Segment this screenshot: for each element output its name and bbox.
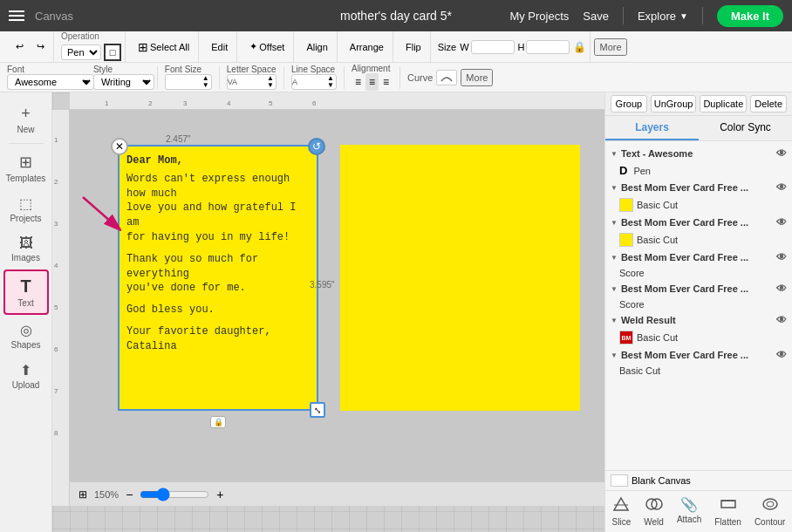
handle-tl[interactable]: ✕ <box>111 138 128 155</box>
layer-score-item[interactable]: Score <box>605 266 792 280</box>
handle-tr[interactable]: ↺ <box>308 138 325 155</box>
attach-button[interactable]: 📎 Attach <box>672 494 707 529</box>
layer-bmec-3[interactable]: ▼ Best Mom Ever Card Free ... 👁 Basic Cu… <box>605 346 792 378</box>
layer-bmec-1[interactable]: ▼ Best Mom Ever Card Free ... 👁 Basic Cu… <box>605 179 792 214</box>
weld-button[interactable]: Weld <box>638 494 669 529</box>
letter-space-down[interactable]: ▼ <box>265 82 276 89</box>
sidebar-item-shapes[interactable]: ◎ Shapes <box>3 317 49 355</box>
layer-bmec-score-2[interactable]: ▼ Best Mom Ever Card Free ... 👁 Score <box>605 280 792 311</box>
ungroup-button[interactable]: UnGroup <box>651 95 697 113</box>
sidebar-item-upload[interactable]: ⬆ Upload <box>3 357 49 395</box>
layer-text-awesome[interactable]: ▼ Text - Awesome 👁 D Pen <box>605 145 792 179</box>
layer-basic-cut-item-3[interactable]: Basic Cut <box>605 364 792 378</box>
canvas-area[interactable]: 1 2 3 4 5 6 1 2 3 4 5 6 7 8 <box>52 92 604 532</box>
left-sidebar: + New ⊞ Templates ⬚ Projects 🖼 Images T … <box>0 92 52 532</box>
layer-bmec-2[interactable]: ▼ Best Mom Ever Card Free ... 👁 Basic Cu… <box>605 214 792 249</box>
expand-icon: ▼ <box>611 351 618 359</box>
offset-button[interactable]: ✦ Offset <box>244 38 290 55</box>
layer-weld-result[interactable]: ▼ Weld Result 👁 BM Basic Cut <box>605 311 792 346</box>
width-input[interactable]: 2.457 <box>471 40 515 54</box>
zoom-fit-button[interactable]: ⊞ <box>79 488 87 501</box>
yellow-card[interactable] <box>340 145 580 411</box>
delete-button[interactable]: Delete <box>750 95 787 113</box>
more-button-2[interactable]: More <box>461 69 493 86</box>
eye-icon[interactable]: 👁 <box>776 147 787 160</box>
flip-button[interactable]: Flip <box>400 39 427 55</box>
group-button[interactable]: Group <box>611 95 647 113</box>
align-left-button[interactable]: ≡ <box>352 73 365 91</box>
tab-layers[interactable]: Layers <box>605 116 699 140</box>
contour-button[interactable]: Contour <box>749 494 791 529</box>
weld-icon <box>645 496 663 515</box>
text-card[interactable]: ✕ ↺ 🔒 ⤡ Dear Mom, Words can't express en… <box>118 145 318 411</box>
handle-br[interactable]: ⤡ <box>310 402 325 418</box>
eye-icon[interactable]: 👁 <box>776 349 787 361</box>
align-right-button[interactable]: ≡ <box>379 73 393 91</box>
shapes-icon: ◎ <box>20 322 32 338</box>
save-button[interactable]: Save <box>583 10 609 23</box>
arrange-button[interactable]: Arrange <box>345 39 389 55</box>
style-select[interactable]: Writing <box>93 74 154 90</box>
zoom-out-button[interactable]: − <box>126 488 133 501</box>
eye-icon[interactable]: 👁 <box>776 181 787 194</box>
sidebar-item-text[interactable]: T Text <box>3 269 49 315</box>
svg-point-7 <box>763 499 777 509</box>
font-size-input[interactable]: 15.26 <box>166 76 201 88</box>
expand-icon: ▼ <box>611 150 618 158</box>
zoom-in-button[interactable]: + <box>216 488 223 501</box>
text-line-4: for having you in my life! <box>126 230 310 245</box>
lock-handle[interactable]: 🔒 <box>210 416 226 428</box>
canvas-content[interactable]: 2.457" 3.595" ✕ ↺ 🔒 ⤡ Dear Mom, Words ca… <box>70 110 604 506</box>
eye-icon[interactable]: 👁 <box>776 283 787 295</box>
make-it-button[interactable]: Make It <box>717 5 783 27</box>
letter-space-input[interactable]: 1.2 <box>239 76 265 88</box>
eye-icon[interactable]: 👁 <box>776 251 787 263</box>
canvas-label: Canvas <box>35 10 73 23</box>
sidebar-item-new[interactable]: + New <box>3 99 49 140</box>
alignment-group: Alignment ≡ ≡ ≡ <box>352 64 393 91</box>
lock-aspect-icon[interactable]: 🔒 <box>573 41 586 53</box>
line-space-input[interactable]: 1 <box>299 76 325 88</box>
text-card-content: Dear Mom, Words can't express enough how… <box>119 147 317 361</box>
font-size-down[interactable]: ▼ <box>201 82 211 89</box>
layer-weld-cut-item[interactable]: BM Basic Cut <box>605 329 792 346</box>
svg-line-0 <box>83 197 118 228</box>
sidebar-item-projects[interactable]: ⬚ Projects <box>3 190 49 228</box>
layer-basic-cut-item[interactable]: Basic Cut <box>605 196 792 214</box>
explore-button[interactable]: Explore ▼ <box>638 10 688 23</box>
eye-icon[interactable]: 👁 <box>776 216 787 228</box>
height-input[interactable]: 3.595 <box>526 40 570 54</box>
pen-icon: □ <box>104 44 121 61</box>
menu-icon[interactable] <box>9 10 24 21</box>
redo-button[interactable]: ↪ <box>31 38 50 55</box>
edit-button[interactable]: Edit <box>206 39 233 55</box>
sidebar-item-images[interactable]: 🖼 Images <box>3 230 49 268</box>
eye-icon[interactable]: 👁 <box>776 314 787 326</box>
images-icon: 🖼 <box>19 235 33 251</box>
slice-button[interactable]: Slice <box>607 494 637 529</box>
layer-basic-cut-item-2[interactable]: Basic Cut <box>605 231 792 249</box>
expand-icon: ▼ <box>611 254 618 262</box>
select-all-button[interactable]: ⊞ Select All <box>133 38 195 57</box>
tab-color-sync[interactable]: Color Sync <box>699 116 792 140</box>
layer-bmec-score-1[interactable]: ▼ Best Mom Ever Card Free ... 👁 Score <box>605 249 792 280</box>
my-projects-link[interactable]: My Projects <box>509 10 569 23</box>
layer-score-item-2[interactable]: Score <box>605 297 792 311</box>
undo-button[interactable]: ↩ <box>10 38 29 55</box>
flatten-button[interactable]: Flatten <box>709 494 747 529</box>
layer-label: Best Mom Ever Card Free ... <box>621 350 773 360</box>
panel-bottom-blank-canvas: Blank Canvas <box>605 470 792 490</box>
sidebar-item-templates[interactable]: ⊞ Templates <box>3 147 49 188</box>
font-select[interactable]: Awesome <box>7 74 94 90</box>
more-button[interactable]: More <box>594 38 626 56</box>
sidebar-item-label: Upload <box>12 380 40 390</box>
line-space-down[interactable]: ▼ <box>325 82 336 89</box>
duplicate-button[interactable]: Duplicate <box>700 95 747 113</box>
align-button[interactable]: Align <box>301 39 332 55</box>
curve-icon <box>436 70 457 85</box>
align-center-button[interactable]: ≡ <box>365 73 379 91</box>
layer-pen-item[interactable]: D Pen <box>605 162 792 179</box>
letter-space-va: VA <box>228 78 237 86</box>
zoom-slider[interactable] <box>140 488 209 501</box>
operation-select[interactable]: Pen <box>61 44 101 60</box>
